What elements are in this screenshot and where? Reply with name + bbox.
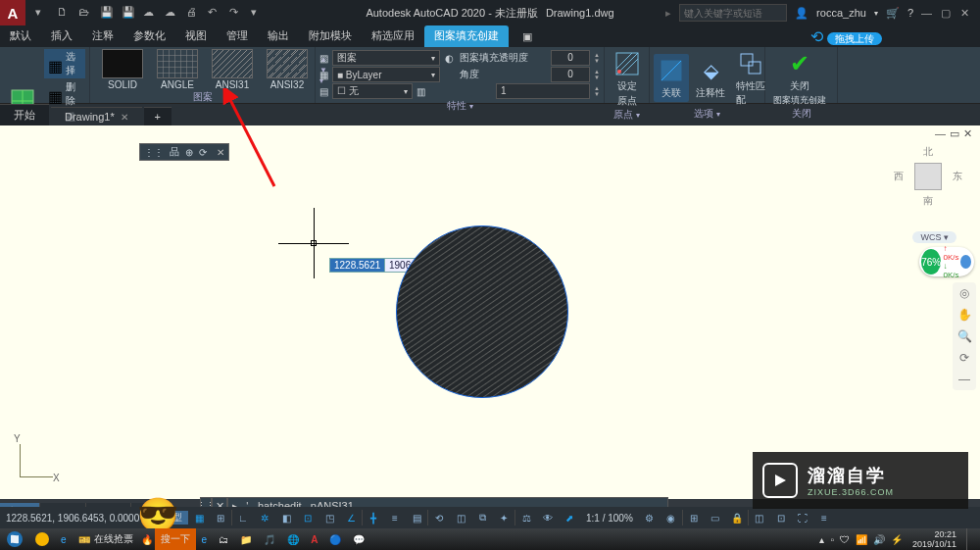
open-icon[interactable]: 🗁 [78, 6, 92, 20]
task-folder[interactable]: 📁 [234, 528, 258, 550]
tray-battery-icon[interactable]: ⚡ [891, 534, 903, 545]
3dosnap-toggle[interactable]: ◳ [318, 508, 340, 527]
tab-add-button[interactable]: + [144, 107, 172, 125]
workspace-button[interactable]: ⚙ [639, 508, 661, 527]
tray-volume-icon[interactable]: 🔊 [873, 534, 885, 545]
nav-zoom-icon[interactable]: 🔍 [957, 329, 972, 343]
match-props-button[interactable]: 特性匹配 [732, 49, 769, 107]
menu-icon[interactable]: ▾ [35, 6, 49, 20]
status-scale[interactable]: 1:1 / 100% [580, 513, 639, 524]
tab-start[interactable]: 开始 [0, 104, 49, 125]
hardware-accel-icon[interactable]: ⊡ [770, 508, 792, 527]
angle-stepper[interactable]: ▲▼ [594, 69, 600, 80]
print-icon[interactable]: 🖨 [186, 6, 200, 20]
task-flame[interactable]: 🔥 [139, 528, 155, 550]
viewcube-south[interactable]: 南 [894, 194, 962, 208]
grid-toggle[interactable]: ▦ [188, 508, 210, 527]
taskbar-clock[interactable]: 20:21 2019/10/11 [908, 529, 960, 549]
dynamic-input-x[interactable]: 1228.5621 [329, 258, 385, 273]
pattern-ansi32[interactable]: ANSI32 [263, 49, 312, 90]
scale-stepper[interactable]: ▲▼ [594, 85, 600, 97]
floating-toolbar[interactable]: ⋮⋮ 品 ⊕ ⟳ ✕ [139, 143, 229, 161]
ft-handle-icon[interactable]: ⋮⋮ [144, 147, 164, 158]
annotative-button[interactable]: ⬙ 注释性 [692, 56, 729, 100]
minimize-icon[interactable]: — [921, 7, 933, 19]
viewport-maximize-icon[interactable]: ▭ [950, 127, 959, 140]
redo-icon[interactable]: ↷ [229, 6, 243, 20]
drawing-canvas[interactable]: — ▭ ✕ ⋮⋮ 品 ⊕ ⟳ ✕ 1228.5621 1906.6453 Y X… [0, 125, 980, 499]
tab-featured[interactable]: 精选应用 [362, 25, 424, 47]
viewcube[interactable]: 北 西 东 南 [894, 145, 962, 208]
quickprops-toggle[interactable]: ▭ [705, 508, 726, 527]
annovis-toggle[interactable]: 👁 [537, 508, 559, 527]
dyninput-toggle[interactable]: ╋ [363, 508, 384, 527]
pattern-ansi31[interactable]: ANSI31 [208, 49, 257, 90]
transparency-value[interactable]: 0 [551, 50, 590, 66]
tab-annotate[interactable]: 注释 [82, 25, 123, 47]
help-icon[interactable]: ? [907, 7, 913, 19]
web-open-icon[interactable]: ☁ [143, 6, 157, 20]
task-search[interactable]: 搜一下 [155, 528, 196, 550]
lock-ui-icon[interactable]: 🔒 [726, 508, 748, 527]
scale-value[interactable]: 1 [496, 83, 590, 99]
saveas-icon[interactable]: 💾 [122, 6, 135, 20]
hatched-circle[interactable] [396, 225, 568, 398]
ft-close-icon[interactable]: ✕ [217, 147, 224, 158]
tab-output[interactable]: 输出 [258, 25, 299, 47]
tray-network-icon[interactable]: 📶 [856, 534, 867, 545]
ortho-toggle[interactable]: ∟ [232, 508, 254, 527]
autocad-logo[interactable]: A [0, 0, 25, 25]
pattern-solid[interactable]: SOLID [98, 49, 147, 90]
new-icon[interactable]: 🗋 [57, 6, 71, 20]
task-ticket[interactable]: 🎫在线抢票 [73, 528, 139, 550]
ft-icon-3[interactable]: ⟳ [199, 147, 207, 158]
tab-close-icon[interactable]: ✕ [121, 112, 128, 123]
task-360[interactable] [29, 528, 55, 550]
tray-shield-icon[interactable]: 🛡 [840, 534, 850, 545]
nav-showhide-icon[interactable]: — [958, 373, 970, 386]
show-desktop[interactable] [966, 528, 974, 550]
ft-icon-2[interactable]: ⊕ [185, 147, 193, 158]
task-ie[interactable]: e [55, 528, 73, 550]
close-hatch-button[interactable]: ✔ 关闭 图案填充创建 [769, 49, 830, 107]
annoscale-icon[interactable]: ⚖ [515, 508, 537, 527]
tab-insert[interactable]: 插入 [41, 25, 82, 47]
web-save-icon[interactable]: ☁ [165, 6, 178, 20]
task-chrome[interactable]: 🔵 [323, 528, 347, 550]
viewport-minimize-icon[interactable]: — [935, 127, 946, 140]
customize-button[interactable]: ≡ [813, 508, 835, 527]
start-button[interactable] [0, 528, 29, 550]
undo-icon[interactable]: ↶ [208, 6, 221, 20]
viewcube-east[interactable]: 东 [953, 170, 962, 183]
task-explorer[interactable]: 🗂 [213, 528, 234, 550]
close-icon[interactable]: ✕ [960, 7, 972, 19]
nav-orbit-icon[interactable]: ⟳ [959, 351, 969, 365]
maximize-icon[interactable]: ▢ [941, 7, 953, 19]
network-monitor-widget[interactable]: 76% ↑ 0K/s ↓ 0K/s [919, 247, 974, 276]
angle-value[interactable]: 0 [551, 67, 590, 82]
task-autocad[interactable]: A [305, 528, 323, 550]
units-button[interactable]: ⊞ [683, 508, 705, 527]
ft-icon-1[interactable]: 品 [170, 145, 179, 159]
annomonitor-icon[interactable]: ◉ [661, 508, 682, 527]
cycling-toggle[interactable]: ⟲ [428, 508, 450, 527]
task-music[interactable]: 🎵 [258, 528, 281, 550]
hatch-bg-select[interactable]: ☐ 无▾ [332, 83, 413, 99]
share-icon[interactable]: ⟲ [810, 28, 823, 45]
snap-toggle[interactable]: ⊞ [210, 508, 231, 527]
upload-button[interactable]: 拖拽上传 [827, 32, 882, 45]
viewcube-west[interactable]: 西 [894, 170, 904, 183]
tray-expand-icon[interactable]: ▴ [819, 534, 824, 545]
3d-toggle[interactable]: ◫ [450, 508, 471, 527]
filter-toggle[interactable]: ⧉ [471, 508, 493, 527]
iso-toggle[interactable]: ◧ [275, 508, 297, 527]
user-name[interactable]: rocca_zhu [816, 7, 866, 19]
hatch-color-select[interactable]: ■ ByLayer▾ [332, 67, 440, 82]
transparency-toggle[interactable]: ▤ [406, 508, 427, 527]
viewcube-face[interactable] [914, 163, 942, 190]
select-button[interactable]: ▦选择 [44, 49, 85, 78]
signin-icon[interactable]: 👤 [795, 7, 808, 20]
polar-toggle[interactable]: ✲ [254, 508, 275, 527]
appstore-icon[interactable]: 🛒 [886, 7, 900, 20]
gizmo-toggle[interactable]: ✦ [493, 508, 514, 527]
